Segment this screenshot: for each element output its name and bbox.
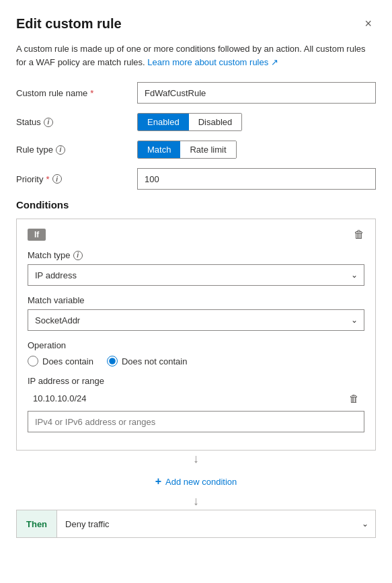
status-row: Status i Enabled Disabled [16, 113, 376, 131]
status-enabled-button[interactable]: Enabled [138, 114, 189, 130]
learn-more-link[interactable]: Learn more about custom rules ↗ [147, 57, 278, 67]
rule-name-row: Custom rule name * [16, 82, 376, 104]
does-contain-option[interactable]: Does contain [28, 356, 93, 366]
priority-row: Priority * i [16, 168, 376, 190]
status-toggle-group: Enabled Disabled [137, 113, 242, 131]
arrow-down-icon: ↓ [16, 452, 376, 466]
priority-info-icon: i [52, 174, 62, 184]
ip-tag-row: 10.10.10.0/24 🗑 [28, 390, 364, 407]
conditions-title: Conditions [16, 199, 376, 210]
edit-custom-rule-panel: Edit custom rule × A custom rule is made… [0, 0, 392, 583]
ip-section: IP address or range 10.10.10.0/24 🗑 [28, 376, 364, 432]
arrow-down-then-icon: ↓ [16, 494, 376, 508]
rule-name-input[interactable] [137, 82, 376, 104]
close-button[interactable]: × [360, 16, 376, 31]
rule-type-ratelimit-button[interactable]: Rate limit [180, 141, 235, 158]
required-indicator: * [90, 88, 93, 98]
priority-label: Priority * i [16, 174, 137, 184]
does-contain-radio[interactable] [28, 356, 38, 366]
priority-required: * [46, 174, 49, 184]
match-variable-wrapper: SocketAddr RemoteAddr ⌄ [28, 309, 364, 331]
rule-type-match-button[interactable]: Match [138, 141, 180, 158]
external-link-icon: ↗ [271, 57, 278, 67]
match-type-select[interactable]: IP address Geo location Request URI Quer… [28, 264, 364, 286]
match-type-label: Match type i [28, 250, 364, 260]
condition-card: If 🗑 Match type i IP address Geo locatio… [16, 219, 376, 451]
then-badge: Then [17, 510, 57, 537]
match-type-info-icon: i [73, 251, 83, 260]
match-variable-select[interactable]: SocketAddr RemoteAddr [28, 309, 364, 331]
rule-name-label: Custom rule name * [16, 88, 137, 98]
rule-type-row: Rule type i Match Rate limit [16, 141, 376, 159]
does-not-contain-option[interactable]: Does not contain [107, 356, 188, 366]
ip-label: IP address or range [28, 376, 364, 386]
rule-name-control [137, 82, 376, 104]
ip-value: 10.10.10.0/24 [33, 393, 87, 403]
status-control: Enabled Disabled [137, 113, 376, 131]
match-variable-label: Match variable [28, 295, 364, 305]
ip-delete-button[interactable]: 🗑 [349, 393, 359, 404]
add-condition-row[interactable]: + Add new condition [16, 467, 376, 493]
status-disabled-button[interactable]: Disabled [189, 114, 242, 130]
rule-type-toggle-group: Match Rate limit [137, 141, 237, 159]
does-not-contain-radio[interactable] [107, 356, 118, 366]
delete-condition-button[interactable]: 🗑 [351, 227, 367, 242]
match-type-wrapper: IP address Geo location Request URI Quer… [28, 264, 364, 286]
priority-control [137, 168, 376, 190]
then-select-wrapper: Deny traffic Allow traffic Log Redirect … [57, 510, 375, 537]
rule-type-control: Match Rate limit [137, 141, 376, 159]
description-text: A custom rule is made up of one or more … [16, 42, 376, 69]
panel-header: Edit custom rule × [16, 16, 376, 32]
add-icon: + [155, 475, 161, 488]
operation-radio-group: Does contain Does not contain [28, 356, 364, 366]
status-label: Status i [16, 117, 137, 127]
then-action-select[interactable]: Deny traffic Allow traffic Log Redirect [57, 510, 375, 537]
status-info-icon: i [44, 118, 53, 127]
then-row: Then Deny traffic Allow traffic Log Redi… [16, 510, 376, 538]
ip-range-input[interactable] [28, 411, 364, 432]
add-condition-label: Add new condition [165, 477, 237, 487]
operation-label: Operation [28, 340, 364, 350]
priority-input[interactable] [137, 168, 376, 190]
rule-type-info-icon: i [56, 145, 65, 155]
panel-title: Edit custom rule [16, 16, 122, 32]
if-badge: If [28, 229, 46, 241]
rule-type-label: Rule type i [16, 145, 137, 155]
